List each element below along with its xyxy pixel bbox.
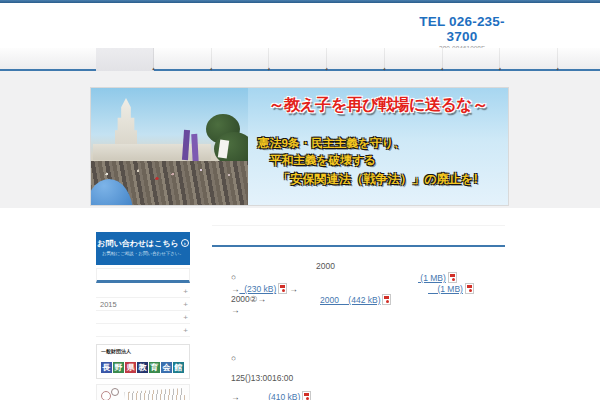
sidebar-menu-item-4[interactable]: +: [96, 324, 190, 337]
banner-headline: ～教え子を再び戦場に送るな～: [248, 95, 508, 116]
pdf-file-icon: [382, 294, 391, 305]
contact-button[interactable]: お問い合わせはこちら› お気軽にご相談・お問い合わせ下さい。: [96, 232, 190, 265]
link-group: 2000 (442 kB): [320, 294, 393, 306]
contact-button-subtext: お気軽にご相談・お問い合わせ下さい。: [96, 251, 190, 256]
content-line-6: 125()13:0016:00: [212, 362, 505, 373]
nav-item-6[interactable]: ▴: [385, 48, 443, 71]
org-type-label: 一般財団法人: [101, 348, 185, 354]
content-line-5: ○: [212, 342, 505, 353]
pdf-file-icon: [302, 391, 311, 400]
plus-icon[interactable]: +: [183, 285, 188, 298]
org-name: 長野県教育会館: [101, 356, 185, 374]
pdf-file-icon: [448, 272, 457, 283]
page: TEL 026-235-3700 380-08461098F ▴ ▴ ▴ ▴ ▴…: [0, 0, 600, 400]
content-line-2: → (230 kB)→ (1 MB): [212, 272, 505, 283]
sidebar-menu-item-3[interactable]: +: [96, 311, 190, 324]
pdf-link-1mb-b[interactable]: (1 MB): [428, 284, 463, 294]
nav-item-4[interactable]: ▴: [269, 48, 327, 71]
banner-subline-3: 「安保関連法（戦争法）」の廃止を!: [278, 171, 508, 188]
nav-item-8[interactable]: ▴: [500, 48, 558, 71]
plus-icon[interactable]: +: [183, 324, 188, 337]
contact-info: TEL 026-235-3700 380-08461098F: [415, 14, 509, 52]
hero-banner-image: ～教え子を再び戦場に送るな～ 憲法9条・民主主義を守り、 平和主義を破壊する 「…: [91, 88, 508, 205]
nav-menu: ▴ ▴ ▴ ▴ ▴ ▴ ▴ ▴: [96, 48, 558, 71]
sidebar: お問い合わせはこちら› お気軽にご相談・お問い合わせ下さい。 + 2015 + …: [96, 232, 190, 400]
org-name-char: 育: [149, 362, 160, 373]
arrow-circle-icon: ›: [181, 239, 189, 247]
handwritten-text: [125, 388, 186, 400]
org-name-char: 教: [137, 362, 148, 373]
sidebar-menu-item-1[interactable]: +: [96, 285, 190, 298]
banner-photo-diet-building: [91, 88, 248, 205]
pdf-link-1mb-a[interactable]: (1 MB): [418, 273, 446, 283]
pdf-link-410kb[interactable]: (410 kB): [263, 392, 300, 400]
sidebar-archive-menu: + 2015 + + +: [96, 285, 190, 337]
pdf-file-icon: [465, 283, 474, 294]
protest-flag: [191, 134, 199, 164]
pdf-link-2000-442kb[interactable]: 2000 (442 kB): [320, 295, 380, 305]
content-line-1: ○ 2000: [212, 261, 505, 272]
nav-item-1[interactable]: ▴: [96, 48, 154, 71]
link-group: (410 kB): [263, 392, 313, 400]
sidebar-menu-item-2015[interactable]: 2015 +: [96, 298, 190, 311]
banner-subline-2: 平和主義を破壊する: [270, 153, 508, 168]
content-line-4: → 2000 (442 kB): [212, 294, 505, 305]
main-content: ○ 2000 → (230 kB)→ (1 MB) 2000②→ (1 MB) …: [212, 225, 505, 391]
content-body: ○ 2000 → (230 kB)→ (1 MB) 2000②→ (1 MB) …: [212, 261, 505, 391]
main-nav: ▴ ▴ ▴ ▴ ▴ ▴ ▴ ▴: [0, 48, 600, 71]
banner-text-area: ～教え子を再び戦場に送るな～ 憲法9条・民主主義を守り、 平和主義を破壊する 「…: [248, 88, 508, 205]
content-line-7: → (410 kB): [212, 380, 505, 391]
mascot-banner-image[interactable]: [96, 384, 190, 400]
arrow: →: [231, 392, 240, 400]
org-name-char: 県: [125, 362, 136, 373]
plus-icon[interactable]: +: [183, 311, 188, 324]
cartoon-face: [111, 388, 119, 396]
cartoon-face: [101, 391, 111, 400]
diet-building-tower: [115, 98, 137, 150]
nav-item-7[interactable]: ▴: [443, 48, 501, 71]
org-name-char: 館: [173, 362, 184, 373]
sidebar-widget-heading: [96, 268, 190, 283]
chevron-down-icon: ▴: [556, 66, 559, 71]
year-label: 2000: [316, 261, 335, 272]
org-name-char: 会: [161, 362, 172, 373]
nav-item-5[interactable]: ▴: [327, 48, 385, 71]
spacer: [212, 305, 505, 342]
banner-subline-1: 憲法9条・民主主義を守り、: [258, 136, 508, 151]
content-heading: [212, 225, 505, 247]
arrow: →: [231, 305, 240, 315]
contact-button-text: お問い合わせはこちら: [97, 239, 179, 248]
content-line-3: 2000②→ (1 MB): [212, 283, 505, 294]
org-name-char: 野: [113, 362, 124, 373]
org-logo-banner[interactable]: 一般財団法人 長野県教育会館: [96, 344, 190, 379]
nav-item-3[interactable]: ▴: [212, 48, 270, 71]
plus-icon[interactable]: +: [183, 298, 188, 311]
nav-item-2[interactable]: ▴: [154, 48, 212, 71]
phone-number: TEL 026-235-3700: [415, 14, 509, 44]
org-name-char: 長: [101, 362, 112, 373]
header: TEL 026-235-3700 380-08461098F: [0, 3, 600, 48]
menu-item-label: 2015: [100, 300, 117, 309]
contact-button-label: お問い合わせはこちら›: [96, 238, 190, 249]
